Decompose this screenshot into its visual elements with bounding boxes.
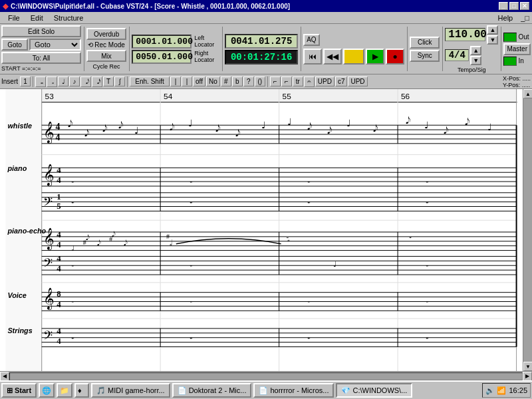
svg-text:♩: ♩ bbox=[134, 126, 139, 136]
start-button[interactable]: ⊞ Start bbox=[1, 383, 37, 398]
tempo-sig-label: Tempo/Sig bbox=[445, 66, 498, 73]
taskbar-program-icon[interactable]: ♦ bbox=[74, 383, 89, 398]
maximize-button[interactable]: □ bbox=[509, 2, 519, 10]
goto-button[interactable]: Goto bbox=[1, 39, 28, 51]
svg-text:piano: piano bbox=[7, 164, 27, 172]
aq-button[interactable]: AQ bbox=[303, 34, 319, 46]
insert-value[interactable]: 1 bbox=[20, 76, 31, 86]
paren-btn[interactable]: () bbox=[255, 76, 265, 86]
tempo-section: 110.00 ▲ ▼ 4/4 ▲ ▼ Tempo/Sig bbox=[445, 25, 498, 72]
svg-text:4: 4 bbox=[57, 166, 61, 175]
note-sixteenth[interactable]: 𝅘𝅥𝅮 bbox=[80, 76, 91, 87]
c7-btn[interactable]: c7 bbox=[335, 76, 348, 86]
note-rest[interactable]: ∫ bbox=[114, 76, 125, 86]
svg-text:1: 1 bbox=[57, 192, 61, 201]
timesig-down-button[interactable]: ▼ bbox=[470, 56, 481, 65]
note-triplet[interactable]: T bbox=[103, 76, 114, 86]
top-toolbar: Edit Solo Goto Goto To: All START =:=:=:… bbox=[0, 24, 532, 74]
in-indicator bbox=[503, 57, 517, 66]
svg-text:4: 4 bbox=[57, 336, 61, 346]
click-sync-section: Click Sync bbox=[410, 25, 440, 72]
close-button[interactable]: ✕ bbox=[520, 2, 529, 10]
svg-text:4: 4 bbox=[57, 176, 61, 185]
position-display: 0041.01.275 bbox=[225, 34, 298, 49]
back-button[interactable]: ◀◀ bbox=[323, 49, 342, 65]
menu-structure[interactable]: Structure bbox=[49, 13, 89, 23]
note-thirty-second[interactable]: 𝅘𝅥𝅯 bbox=[92, 76, 102, 87]
overdub-button[interactable]: Overdub bbox=[86, 28, 126, 40]
menu-help[interactable]: Help bbox=[493, 13, 519, 23]
score-area[interactable]: 53 54 55 56 whistle 𝄞 4 4 𝅘𝅥𝅮 bbox=[0, 89, 523, 371]
sync-button[interactable]: Sync bbox=[410, 50, 440, 62]
rec-mode-label: Rec Mode bbox=[94, 41, 125, 49]
svg-text:♩: ♩ bbox=[333, 260, 336, 268]
sharp-btn[interactable]: # bbox=[221, 76, 231, 86]
svg-text:4: 4 bbox=[57, 264, 61, 273]
timesig-display: 4/4 bbox=[445, 49, 469, 61]
taskbar-doktorat-task[interactable]: 📄 Doktorat 2 - Mic... bbox=[172, 383, 252, 398]
record-button[interactable]: ● bbox=[386, 49, 404, 65]
tempo-down-button[interactable]: ▼ bbox=[487, 35, 498, 45]
mix-button[interactable]: Mix bbox=[86, 50, 126, 62]
tempo-up-button[interactable]: ▲ bbox=[487, 25, 498, 35]
note-whole[interactable]: 𝅝 bbox=[35, 76, 46, 87]
off-button[interactable]: off bbox=[193, 76, 205, 86]
edit-solo-button[interactable]: Edit Solo bbox=[1, 25, 81, 37]
svg-text:4: 4 bbox=[55, 122, 60, 132]
child-restore-button[interactable]: □ bbox=[525, 14, 529, 22]
scroll-down-arrow[interactable]: ▼ bbox=[523, 362, 532, 371]
natural-btn[interactable]: b bbox=[232, 76, 243, 86]
doktorat-task-label: Doktorat 2 - Mic... bbox=[189, 386, 247, 394]
svg-text:♩: ♩ bbox=[71, 244, 74, 252]
note-bar2[interactable]: | bbox=[182, 76, 192, 86]
scroll-up-arrow[interactable]: ▲ bbox=[523, 89, 532, 98]
taskbar-ie-icon[interactable]: 🌐 bbox=[39, 383, 55, 398]
master-button[interactable]: Master bbox=[503, 43, 531, 55]
scroll-right-arrow[interactable]: ▶ bbox=[523, 372, 532, 381]
note-bar[interactable]: | bbox=[170, 76, 181, 86]
svg-text:#: # bbox=[166, 233, 170, 240]
note-quarter[interactable]: ♩ bbox=[58, 76, 68, 86]
svg-text:piano-echo: piano-echo bbox=[7, 227, 46, 235]
note-eighth[interactable]: ♪ bbox=[69, 76, 80, 86]
tempo-display: 110.00 bbox=[445, 28, 485, 41]
play-button[interactable]: ▶ bbox=[366, 49, 384, 65]
svg-text:53: 53 bbox=[45, 92, 55, 101]
hscrollbar: ◀ ▶ bbox=[0, 371, 532, 380]
trill-btn[interactable]: tr bbox=[293, 76, 303, 86]
io-section: Out Master In bbox=[503, 25, 531, 72]
click-button[interactable]: Click bbox=[410, 37, 440, 49]
h-scroll-track[interactable] bbox=[9, 372, 523, 380]
svg-text:𝄞: 𝄞 bbox=[43, 287, 55, 311]
svg-text:4: 4 bbox=[55, 132, 60, 142]
taskbar-horrrror-task[interactable]: 📄 horrrror - Micros... bbox=[253, 383, 334, 398]
enh-shift-button[interactable]: Enh. Shift bbox=[130, 76, 170, 86]
scroll-track[interactable] bbox=[523, 98, 532, 362]
menu-edit[interactable]: Edit bbox=[25, 13, 49, 23]
rec-mode-icon: ⟲ bbox=[88, 41, 93, 49]
svg-text:whistle: whistle bbox=[7, 122, 32, 130]
no-button[interactable]: No bbox=[206, 76, 220, 86]
taskbar-cubase-task[interactable]: 💎 C:\WINDOWS\... bbox=[336, 383, 412, 398]
slur-btn[interactable]: ⌐ bbox=[281, 76, 292, 86]
minimize-button[interactable]: _ bbox=[499, 2, 508, 10]
beam-btn[interactable]: ⌐ bbox=[270, 76, 281, 86]
scroll-left-arrow[interactable]: ◀ bbox=[0, 372, 9, 381]
question-btn[interactable]: ? bbox=[243, 76, 254, 86]
to-all-button[interactable]: To: All bbox=[1, 52, 81, 64]
menu-file[interactable]: File bbox=[3, 13, 25, 23]
svg-text:-: - bbox=[286, 233, 289, 241]
menu-bar: File Edit Structure Help _ □ bbox=[0, 12, 532, 24]
taskbar-folder-icon[interactable]: 📁 bbox=[57, 383, 72, 398]
svg-text:𝄞: 𝄞 bbox=[43, 227, 55, 251]
goto-dropdown[interactable]: Goto bbox=[29, 39, 81, 51]
note-half[interactable]: 𝅗 bbox=[47, 76, 57, 87]
hide-btn[interactable]: UPD bbox=[315, 76, 334, 86]
timesig-up-button[interactable]: ▲ bbox=[470, 46, 481, 55]
cycle-button[interactable] bbox=[343, 49, 364, 65]
dyn-btn[interactable]: 𝄐 bbox=[304, 76, 315, 87]
upd-btn[interactable]: UPD bbox=[348, 76, 367, 86]
rewind-button[interactable]: ⏮ bbox=[303, 49, 322, 65]
locators-section: 0001.01.000 Left Locator 0050.01.000 Rig… bbox=[132, 25, 219, 72]
taskbar-midi-task[interactable]: 🎵 MIDI game-horr... bbox=[91, 383, 170, 398]
